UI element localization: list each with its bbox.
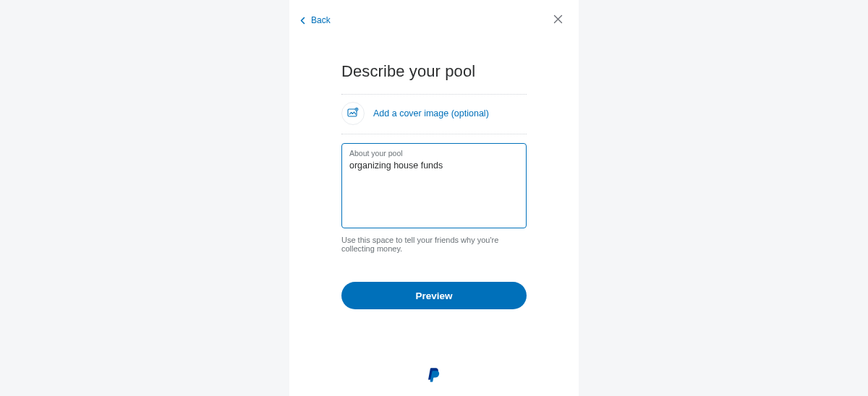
- modal-panel: Back Describe your pool: [289, 0, 579, 396]
- close-icon: [553, 14, 563, 27]
- image-icon: [347, 107, 359, 120]
- image-icon-circle: [341, 102, 365, 125]
- brand-logo-wrap: [341, 367, 527, 386]
- form-content: Describe your pool Add a cover image (op…: [341, 62, 527, 386]
- helper-text: Use this space to tell your friends why …: [341, 236, 527, 253]
- paypal-logo-icon: [427, 367, 441, 386]
- page-title: Describe your pool: [341, 62, 527, 81]
- about-textarea[interactable]: [349, 159, 519, 221]
- divider: [341, 134, 527, 134]
- panel-header: Back: [289, 12, 579, 29]
- preview-button[interactable]: Preview: [341, 282, 527, 309]
- back-label: Back: [311, 15, 331, 25]
- chevron-left-icon: [299, 17, 307, 25]
- add-cover-row[interactable]: Add a cover image (optional): [341, 95, 527, 134]
- back-button[interactable]: Back: [299, 15, 331, 25]
- add-cover-link: Add a cover image (optional): [373, 108, 489, 119]
- about-field-label: About your pool: [349, 148, 519, 159]
- close-button[interactable]: [551, 14, 564, 27]
- about-field[interactable]: About your pool: [341, 143, 527, 228]
